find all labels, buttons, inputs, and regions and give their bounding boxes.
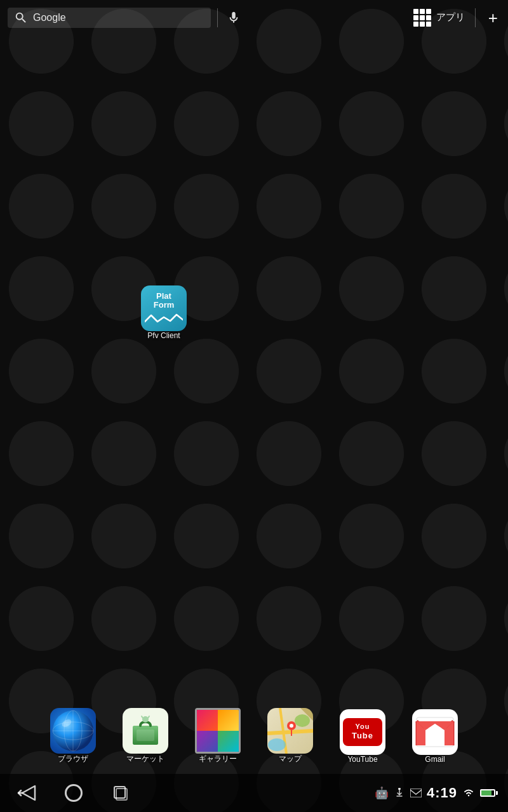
desktop-area: PlatForm Pfv Client — [0, 38, 508, 774]
mic-button[interactable] — [224, 8, 243, 27]
battery-status — [480, 789, 495, 797]
search-label: Google — [33, 12, 66, 23]
svg-rect-26 — [398, 788, 401, 790]
browser-sphere-icon — [51, 709, 95, 752]
search-icon — [14, 11, 28, 25]
recents-button[interactable] — [107, 779, 135, 807]
market-label: マーケット — [126, 754, 164, 764]
nav-bar: 🤖 4:19 — [0, 774, 508, 812]
search-bar[interactable]: Google — [8, 8, 211, 28]
top-bar: Google アプリ + — [0, 0, 508, 35]
back-button[interactable] — [13, 779, 41, 807]
market-bag-icon — [128, 713, 163, 749]
add-widget-button[interactable]: + — [486, 10, 500, 26]
gmail-envelope-icon — [415, 716, 455, 748]
dock-app-browser[interactable]: ブラウザ — [43, 708, 104, 764]
gallery-icon — [195, 708, 241, 754]
svg-line-10 — [148, 716, 149, 718]
nav-left-buttons — [13, 779, 135, 807]
nav-right-status: 🤖 4:19 — [375, 785, 495, 801]
dock-app-gallery[interactable]: ギャラリー — [187, 708, 248, 764]
svg-line-13 — [267, 731, 313, 733]
svg-point-16 — [268, 738, 286, 751]
home-icon — [65, 784, 83, 802]
desktop-app-pfv-client[interactable]: PlatForm Pfv Client — [133, 285, 194, 340]
usb-status-icon — [394, 787, 405, 799]
maps-svg-icon — [267, 708, 313, 754]
dock-app-youtube[interactable]: You Tube YouTube — [332, 709, 393, 764]
browser-label: ブラウザ — [58, 754, 88, 764]
pfv-wave-icon — [145, 312, 183, 325]
svg-rect-27 — [410, 789, 422, 797]
svg-point-18 — [290, 724, 293, 728]
svg-rect-11 — [137, 730, 154, 741]
dock-app-gmail[interactable]: Gmail — [404, 709, 465, 764]
grid-icon — [413, 9, 431, 27]
gmail-status-icon — [410, 789, 422, 797]
gallery-label: ギャラリー — [199, 754, 237, 764]
search-divider — [217, 8, 218, 27]
dock: ブラウザ — [0, 702, 508, 771]
maps-label: マップ — [279, 754, 302, 764]
back-icon — [17, 783, 36, 802]
home-button[interactable] — [60, 779, 88, 807]
youtube-icon: You Tube — [340, 709, 385, 755]
gmail-label: Gmail — [425, 755, 444, 764]
svg-marker-22 — [22, 786, 35, 800]
svg-point-8 — [142, 716, 149, 723]
gmail-icon — [412, 709, 458, 755]
youtube-label: YouTube — [347, 755, 377, 764]
apps-label: アプリ — [436, 11, 465, 23]
recents-icon — [111, 783, 130, 802]
maps-icon — [267, 708, 313, 754]
top-right-divider — [475, 8, 476, 27]
browser-icon — [50, 708, 96, 754]
svg-line-9 — [142, 716, 143, 718]
market-icon — [123, 708, 168, 754]
wifi-icon — [462, 788, 475, 798]
mic-icon — [227, 11, 241, 25]
top-right-controls: アプリ + — [413, 8, 500, 27]
android-status-icon: 🤖 — [375, 786, 389, 800]
pfv-client-label: Pfv Client — [147, 331, 180, 340]
apps-button[interactable]: アプリ — [413, 9, 465, 27]
svg-point-15 — [295, 714, 310, 727]
time-display: 4:19 — [427, 785, 457, 801]
dock-app-market[interactable]: マーケット — [115, 708, 176, 764]
dock-app-maps[interactable]: マップ — [260, 708, 321, 764]
pfv-icon: PlatForm — [141, 285, 187, 331]
